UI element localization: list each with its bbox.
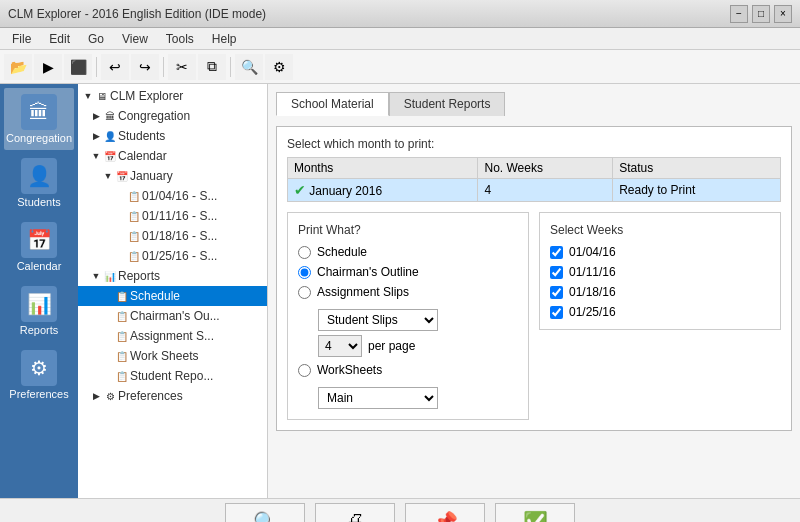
print-button[interactable]: 🖨 Print — [315, 503, 395, 523]
tab-bar: School Material Student Reports — [276, 92, 792, 116]
sidebar-item-reports[interactable]: 📊 Reports — [4, 280, 74, 342]
tree-preferences[interactable]: ▶ ⚙ Preferences — [78, 386, 267, 406]
maximize-button[interactable]: □ — [752, 5, 770, 23]
title-bar-controls: − □ × — [730, 5, 792, 23]
tree-calendar[interactable]: ▼ 📅 Calendar — [78, 146, 267, 166]
tree-jan3[interactable]: 📋 01/18/16 - S... — [78, 226, 267, 246]
toolbar-btn-settings[interactable]: ⚙ — [265, 54, 293, 80]
sidebar-item-congregation[interactable]: 🏛 Congregation — [4, 88, 74, 150]
month-table: Months No. Weeks Status ✔ January 2016 4… — [287, 157, 781, 202]
week-2-checkbox[interactable] — [550, 266, 563, 279]
expand-preferences[interactable]: ▶ — [90, 391, 102, 401]
toolbar-btn-stop[interactable]: ⬛ — [64, 54, 92, 80]
tree-jan1[interactable]: 📋 01/04/16 - S... — [78, 186, 267, 206]
sidebar-item-students[interactable]: 👤 Students — [4, 152, 74, 214]
worksheets-select[interactable]: Main — [318, 387, 438, 409]
expand-students[interactable]: ▶ — [90, 131, 102, 141]
radio-assignment-input[interactable] — [298, 286, 311, 299]
tree-label-jan3: 01/18/16 - S... — [142, 229, 217, 243]
toolbar-btn-run[interactable]: ▶ — [34, 54, 62, 80]
expand-january[interactable]: ▼ — [102, 171, 114, 181]
toolbar-sep2 — [163, 57, 164, 77]
sidebar-item-calendar[interactable]: 📅 Calendar — [4, 216, 74, 278]
tree-schedule[interactable]: 📋 Schedule — [78, 286, 267, 306]
minimize-button[interactable]: − — [730, 5, 748, 23]
week-2[interactable]: 01/11/16 — [550, 265, 770, 279]
preview-button[interactable]: 🔍 Preview — [225, 503, 305, 523]
schedule-icon: 📋 — [114, 288, 130, 304]
expand-calendar[interactable]: ▼ — [90, 151, 102, 161]
toolbar-btn-copy[interactable]: ⧉ — [198, 54, 226, 80]
tree-students[interactable]: ▶ 👤 Students — [78, 126, 267, 146]
tree-january[interactable]: ▼ 📅 January — [78, 166, 267, 186]
toolbar-btn-undo[interactable]: ↩ — [101, 54, 129, 80]
tree-reports[interactable]: ▼ 📊 Reports — [78, 266, 267, 286]
menu-view[interactable]: View — [114, 30, 156, 48]
expand-reports[interactable]: ▼ — [90, 271, 102, 281]
expand-clm[interactable]: ▼ — [82, 91, 94, 101]
sidebar-item-preferences[interactable]: ⚙ Preferences — [4, 344, 74, 406]
table-row[interactable]: ✔ January 2016 4 Ready to Print — [288, 179, 781, 202]
toolbar-btn-cut[interactable]: ✂ — [168, 54, 196, 80]
toolbar-btn-redo[interactable]: ↪ — [131, 54, 159, 80]
menu-help[interactable]: Help — [204, 30, 245, 48]
tree-worksheets[interactable]: 📋 Work Sheets — [78, 346, 267, 366]
chairmans-icon: 📋 — [114, 308, 130, 324]
print-what-panel: Print What? Schedule Chairman's Outline — [287, 212, 529, 420]
print-what-box: Print What? Schedule Chairman's Outline — [287, 212, 529, 420]
main-layout: 🏛 Congregation 👤 Students 📅 Calendar 📊 R… — [0, 84, 800, 498]
week-3-checkbox[interactable] — [550, 286, 563, 299]
two-column-layout: Print What? Schedule Chairman's Outline — [287, 212, 781, 420]
toolbar-sep3 — [230, 57, 231, 77]
tree-assignment5[interactable]: 📋 Assignment S... — [78, 326, 267, 346]
slips-type-select[interactable]: Student Slips — [318, 309, 438, 331]
menu-tools[interactable]: Tools — [158, 30, 202, 48]
menu-edit[interactable]: Edit — [41, 30, 78, 48]
tree-chairmans[interactable]: 📋 Chairman's Ou... — [78, 306, 267, 326]
radio-chairmans[interactable]: Chairman's Outline — [298, 265, 518, 279]
tree-clm-explorer[interactable]: ▼ 🖥 CLM Explorer — [78, 86, 267, 106]
week-1[interactable]: 01/04/16 — [550, 245, 770, 259]
tree-congregation[interactable]: ▶ 🏛 Congregation — [78, 106, 267, 126]
tree-label-calendar: Calendar — [118, 149, 167, 163]
congregation-icon: 🏛 — [21, 94, 57, 130]
radio-worksheets-input[interactable] — [298, 364, 311, 377]
jan2-icon: 📋 — [126, 208, 142, 224]
tree-label-assignment5: Assignment S... — [130, 329, 214, 343]
tree-jan4[interactable]: 📋 01/25/16 - S... — [78, 246, 267, 266]
radio-chairmans-input[interactable] — [298, 266, 311, 279]
preview-icon: 🔍 — [253, 510, 278, 523]
close-button[interactable]: × — [774, 5, 792, 23]
tab-student-reports[interactable]: Student Reports — [389, 92, 506, 116]
cell-status: Ready to Print — [613, 179, 781, 202]
mark-as-printed-button[interactable]: ✅ Mark as Printed — [495, 503, 575, 523]
per-page-label: per page — [368, 339, 415, 353]
toolbar-btn-open[interactable]: 📂 — [4, 54, 32, 80]
week-4-checkbox[interactable] — [550, 306, 563, 319]
toolbar-sep1 — [96, 57, 97, 77]
week-4[interactable]: 01/25/16 — [550, 305, 770, 319]
radio-worksheets[interactable]: WorkSheets — [298, 363, 518, 377]
menu-file[interactable]: File — [4, 30, 39, 48]
january-icon: 📅 — [114, 168, 130, 184]
tree-student-reports[interactable]: 📋 Student Repo... — [78, 366, 267, 386]
radio-schedule-input[interactable] — [298, 246, 311, 259]
per-page-select[interactable]: 4 2 1 — [318, 335, 362, 357]
tree-jan2[interactable]: 📋 01/11/16 - S... — [78, 206, 267, 226]
assignment5-icon: 📋 — [114, 328, 130, 344]
tab-school-material[interactable]: School Material — [276, 92, 389, 116]
toolbar: 📂 ▶ ⬛ ↩ ↪ ✂ ⧉ 🔍 ⚙ — [0, 50, 800, 84]
toolbar-btn-search[interactable]: 🔍 — [235, 54, 263, 80]
tree-label-schedule: Schedule — [130, 289, 180, 303]
col-months: Months — [288, 158, 478, 179]
title-bar: CLM Explorer - 2016 English Edition (IDE… — [0, 0, 800, 28]
week-1-checkbox[interactable] — [550, 246, 563, 259]
reminders-button[interactable]: 📌 Reminders — [405, 503, 485, 523]
menu-bar: File Edit Go View Tools Help — [0, 28, 800, 50]
radio-schedule[interactable]: Schedule — [298, 245, 518, 259]
menu-go[interactable]: Go — [80, 30, 112, 48]
week-3[interactable]: 01/18/16 — [550, 285, 770, 299]
expand-congregation[interactable]: ▶ — [90, 111, 102, 121]
radio-assignment-slips[interactable]: Assignment Slips — [298, 285, 518, 299]
title-bar-title: CLM Explorer - 2016 English Edition (IDE… — [8, 7, 266, 21]
